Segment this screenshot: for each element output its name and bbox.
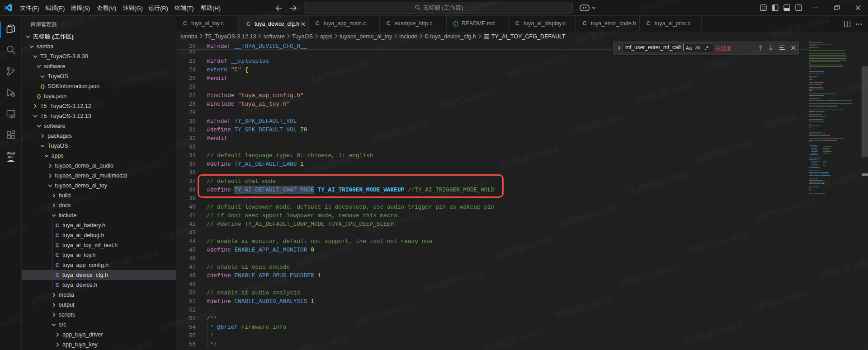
svg-text:Aa: Aa [686,45,692,51]
svg-text:.*: .* [705,45,708,51]
svg-text:ab: ab [695,45,701,50]
svg-text:IDE: IDE [8,155,14,159]
